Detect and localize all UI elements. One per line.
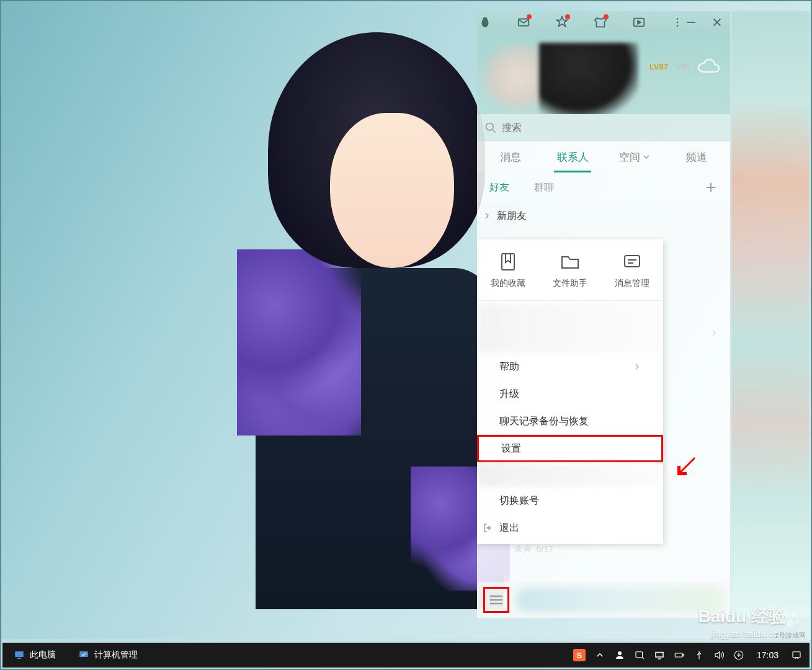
minimize-button[interactable] bbox=[684, 16, 698, 29]
menu-exit[interactable]: 退出 bbox=[477, 514, 663, 542]
search-icon bbox=[484, 122, 497, 134]
menu-message-manager[interactable]: 消息管理 bbox=[615, 251, 649, 289]
windows-taskbar: 此电脑 计算机管理 S 17:03 bbox=[2, 643, 810, 668]
menu-backup[interactable]: 聊天记录备份与恢复 bbox=[477, 408, 663, 435]
svg-rect-30 bbox=[636, 652, 643, 658]
add-icon[interactable] bbox=[704, 181, 718, 194]
star-icon[interactable] bbox=[555, 16, 569, 29]
menu-switch-account[interactable]: 切换账号 bbox=[477, 487, 663, 514]
bottom-blur bbox=[515, 587, 724, 612]
menu-file-helper[interactable]: 文件助手 bbox=[553, 251, 587, 289]
subtab-friends[interactable]: 好友 bbox=[489, 181, 509, 194]
search-bar[interactable] bbox=[477, 114, 730, 141]
svg-point-29 bbox=[618, 651, 622, 655]
wallpaper-figure bbox=[237, 32, 516, 622]
right-background-strip bbox=[731, 11, 810, 618]
system-tray: S 17:03 bbox=[566, 649, 810, 661]
menu-help[interactable]: 帮助 bbox=[477, 353, 663, 380]
play-icon[interactable] bbox=[632, 16, 646, 29]
tshirt-icon[interactable] bbox=[594, 16, 607, 29]
svg-point-1 bbox=[483, 17, 487, 22]
tab-messages[interactable]: 消息 bbox=[480, 141, 542, 172]
tray-action-center-icon[interactable] bbox=[634, 650, 645, 661]
tab-channels[interactable]: 频道 bbox=[666, 141, 728, 172]
menu-blur-area bbox=[477, 303, 663, 353]
menu-blur-area bbox=[477, 462, 663, 487]
group-label: 新朋友 bbox=[497, 210, 527, 223]
avatar-figure bbox=[539, 43, 638, 114]
tray-usb-icon[interactable] bbox=[694, 650, 705, 661]
taskbar-this-pc[interactable]: 此电脑 bbox=[2, 643, 67, 668]
level-badge: LV87 bbox=[649, 62, 668, 71]
menu-settings[interactable]: 设置 bbox=[477, 435, 663, 462]
chevron-right-icon bbox=[633, 363, 641, 370]
svg-rect-28 bbox=[79, 651, 88, 657]
svg-rect-14 bbox=[502, 254, 514, 270]
tray-volume-icon[interactable] bbox=[713, 650, 725, 661]
search-input[interactable] bbox=[502, 122, 723, 133]
chevron-down-icon bbox=[643, 153, 650, 161]
chevron-right-icon bbox=[483, 212, 491, 220]
tray-notification-icon[interactable] bbox=[791, 650, 802, 661]
svg-point-10 bbox=[486, 123, 494, 131]
svg-rect-36 bbox=[793, 652, 800, 658]
tab-space[interactable]: 空间 bbox=[604, 141, 666, 172]
svg-point-5 bbox=[677, 22, 679, 24]
close-button[interactable] bbox=[710, 16, 724, 29]
tray-ime-icon[interactable] bbox=[733, 650, 744, 661]
qq-titlebar bbox=[477, 11, 730, 34]
svg-point-4 bbox=[677, 18, 679, 20]
svg-rect-27 bbox=[17, 658, 21, 659]
notification-dot bbox=[527, 14, 532, 19]
contact-list: 新朋友 我的设备 0/1 0/24 如今 8/18 0/4 未央 6/17 我的 bbox=[477, 202, 730, 582]
taskbar-computer-management[interactable]: 计算机管理 bbox=[67, 643, 149, 668]
exit-icon bbox=[482, 522, 493, 534]
hamburger-icon bbox=[488, 591, 505, 609]
vip-badge: VIP bbox=[676, 62, 689, 71]
notification-dot bbox=[604, 14, 609, 19]
svg-rect-26 bbox=[15, 651, 24, 657]
qq-bottom-bar bbox=[477, 582, 730, 618]
qq-main-panel: LV87 VIP 消息 联系人 空间 频道 好友 群聊 新朋友 我的设备 0/1 bbox=[477, 11, 730, 618]
tray-battery-icon[interactable] bbox=[674, 650, 685, 661]
more-icon[interactable] bbox=[671, 16, 684, 29]
hamburger-menu-button[interactable] bbox=[483, 587, 509, 613]
svg-rect-34 bbox=[683, 654, 684, 656]
main-tabs: 消息 联系人 空间 频道 bbox=[477, 141, 730, 172]
main-menu-popup: 我的收藏 文件助手 消息管理 帮助 升级 bbox=[477, 239, 663, 544]
svg-line-11 bbox=[493, 130, 496, 133]
weather-cloud-icon[interactable] bbox=[697, 58, 721, 76]
sogou-ime-icon[interactable]: S bbox=[573, 649, 586, 661]
subtab-groups[interactable]: 群聊 bbox=[534, 181, 554, 194]
svg-rect-31 bbox=[656, 653, 663, 658]
annotation-arrow-icon bbox=[674, 453, 699, 478]
tray-clock[interactable]: 17:03 bbox=[753, 650, 782, 660]
svg-rect-15 bbox=[625, 256, 640, 267]
profile-header[interactable]: LV87 VIP bbox=[477, 34, 730, 114]
computer-icon bbox=[14, 650, 25, 661]
sub-tabs: 好友 群聊 bbox=[477, 172, 730, 202]
tray-people-icon[interactable] bbox=[614, 650, 625, 661]
group-new-friends[interactable]: 新朋友 bbox=[477, 202, 730, 230]
management-icon bbox=[78, 650, 89, 661]
menu-upgrade[interactable]: 升级 bbox=[477, 380, 663, 408]
notification-dot bbox=[565, 14, 570, 19]
tab-contacts[interactable]: 联系人 bbox=[542, 141, 604, 172]
tray-up-icon[interactable] bbox=[594, 650, 605, 661]
svg-rect-33 bbox=[675, 653, 682, 657]
svg-point-6 bbox=[677, 25, 679, 27]
email-icon[interactable] bbox=[517, 16, 530, 29]
penguin-icon[interactable] bbox=[478, 16, 492, 29]
menu-favorites[interactable]: 我的收藏 bbox=[491, 251, 525, 289]
tray-network-icon[interactable] bbox=[654, 650, 665, 661]
